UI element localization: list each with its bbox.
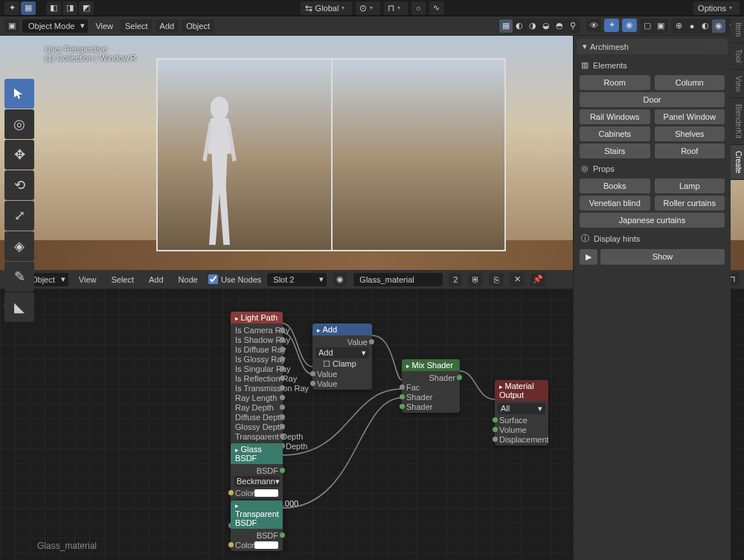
shelves-button[interactable]: Shelves [655, 126, 725, 141]
scale-tool[interactable]: ⤢ [4, 201, 34, 231]
overlay-btn-3[interactable]: ◑ [526, 19, 539, 33]
japanese-curtains-button[interactable]: Japanese curtains [580, 213, 725, 228]
gizmo-toggle-icon[interactable]: ✦ [604, 19, 619, 32]
select-mode-icon-1[interactable]: ◧ [46, 1, 61, 15]
transparent-color-swatch[interactable] [254, 541, 278, 549]
xray-group: ▢ ▣ [640, 19, 668, 33]
select-menu[interactable]: Select [121, 19, 153, 33]
human-figure [186, 95, 253, 251]
rail-windows-button[interactable]: Rail Windows [580, 109, 650, 124]
shading-wire-icon[interactable]: ⊕ [672, 19, 685, 33]
tab-tool[interactable]: Tool [731, 43, 744, 69]
wave-icon[interactable]: ∿ [429, 1, 443, 15]
editor-type-icon[interactable]: ▣ [4, 19, 19, 33]
transform-tool[interactable]: ◈ [4, 231, 34, 261]
annotate-tool[interactable]: ✎ [4, 262, 34, 292]
pivot-select[interactable]: ⊙▾ [355, 1, 380, 15]
light-path-node[interactable]: ▸ Light Path Is Camera Ray Is Shadow Ray… [231, 312, 283, 452]
slot-select[interactable]: Slot 2▾ [267, 273, 327, 286]
shading-render-icon[interactable]: ◉ [712, 19, 725, 33]
visibility-icon[interactable]: 👁 [586, 19, 601, 32]
shading-matprev-icon[interactable]: ◐ [699, 19, 712, 33]
sidebar-tab-strip: Item Tool View BlenderKit Create [731, 16, 744, 180]
measure-tool[interactable]: ◣ [4, 292, 34, 322]
node-view-menu[interactable]: View [74, 273, 101, 286]
add-menu[interactable]: Add [155, 19, 179, 33]
material-output-node[interactable]: ▸ Material Output All▾ Surface Volume Di… [495, 380, 548, 445]
transparent-bsdf-node[interactable]: ▸ Transparent BSDF BSDF Color [231, 501, 283, 551]
node-title: ▸ Add [312, 324, 372, 335]
panel-window-button[interactable]: Panel Window [655, 109, 725, 124]
elements-icon: ▥ [581, 60, 589, 70]
hints-label: Display hints [594, 234, 640, 243]
elements-label: Elements [593, 61, 627, 70]
select-box-tool[interactable] [4, 79, 34, 109]
cursor-tool[interactable]: ◎ [4, 109, 34, 139]
duplicate-icon[interactable]: ⎘ [489, 273, 504, 286]
add-mode-field[interactable]: Add▾ [315, 347, 369, 358]
select-mode-icon-2[interactable]: ◨ [62, 1, 77, 15]
overlay-btn-6[interactable]: ⚲ [566, 19, 580, 33]
blender-icon[interactable]: ✦ [4, 1, 19, 15]
overlay-btn-5[interactable]: ◓ [553, 19, 566, 33]
rotate-tool[interactable]: ⟲ [4, 170, 34, 200]
pin-icon[interactable]: 📌 [530, 273, 545, 286]
tab-item[interactable]: Item [731, 16, 744, 43]
collection-label: (1) Collection | Window.R [45, 54, 136, 62]
xray-btn-1[interactable]: ▢ [641, 19, 654, 33]
overlay-btn-1[interactable]: ▦ [499, 19, 513, 33]
mix-shader-node[interactable]: ▸ Mix Shader Shader Fac Shader Shader [402, 359, 460, 413]
output-target-field[interactable]: All▾ [498, 403, 545, 414]
shading-solid-icon[interactable]: ● [685, 19, 699, 33]
stairs-button[interactable]: Stairs [580, 144, 650, 158]
show-button[interactable]: Show [600, 249, 725, 265]
mode-select[interactable]: Object Mode ▾ [22, 19, 88, 33]
move-tool[interactable]: ✥ [4, 140, 34, 170]
column-button[interactable]: Column [655, 75, 725, 90]
use-nodes-checkbox[interactable]: Use Nodes [208, 274, 261, 284]
books-button[interactable]: Books [580, 178, 650, 193]
left-toolbar: ◎ ✥ ⟲ ⤢ ◈ ✎ ◣ [4, 79, 34, 322]
tab-blenderkit[interactable]: BlenderKit [731, 98, 744, 145]
node-add-menu[interactable]: Add [144, 273, 168, 286]
proportional-icon[interactable]: ○ [411, 1, 426, 15]
shield-icon[interactable]: ⛨ [468, 273, 483, 286]
venetian-blind-button[interactable]: Venetian blind [580, 196, 650, 210]
node-node-menu[interactable]: Node [174, 273, 202, 286]
props-subheader: ◎ Props [577, 161, 728, 176]
roof-button[interactable]: Roof [655, 144, 725, 158]
xray-btn-2[interactable]: ▣ [654, 19, 667, 33]
glass-color-swatch[interactable] [254, 489, 278, 497]
overlay-toggle-icon[interactable]: ◉ [622, 19, 637, 32]
options-dropdown[interactable]: Options ▾ [693, 1, 740, 15]
overlay-btn-2[interactable]: ◐ [513, 19, 526, 33]
material-icon[interactable]: ◉ [333, 273, 347, 286]
lamp-button[interactable]: Lamp [655, 178, 725, 193]
unlink-icon[interactable]: ✕ [510, 273, 525, 286]
cabinets-button[interactable]: Cabinets [580, 126, 650, 141]
room-button[interactable]: Room [580, 75, 650, 90]
overlay-btn-4[interactable]: ◒ [539, 19, 553, 33]
object-menu[interactable]: Object [182, 19, 214, 33]
door-button[interactable]: Door [580, 92, 725, 107]
play-button[interactable]: ▶ [580, 249, 597, 265]
roller-curtains-button[interactable]: Roller curtains [655, 196, 725, 210]
add-node[interactable]: ▸ Add Value Add▾ ☐ Clamp Value Value [312, 324, 372, 390]
view-menu[interactable]: View [91, 19, 118, 33]
material-name-field[interactable]: Glass_material [353, 273, 443, 286]
tab-create[interactable]: Create [731, 145, 744, 180]
node-select-menu[interactable]: Select [106, 273, 138, 286]
glass-dist-field[interactable]: Beckmann▾ [234, 476, 280, 487]
tab-view[interactable]: View [731, 70, 744, 99]
view3d-header: ▣ Object Mode ▾ View Select Add Object ▦… [0, 16, 744, 36]
material-users-count[interactable]: 2 [449, 273, 462, 286]
snap-select[interactable]: ⊓▾ [383, 1, 408, 15]
select-mode-icon-3[interactable]: ◩ [79, 1, 94, 15]
node-title: ▸ Glass BSDF [231, 443, 283, 464]
archimesh-header[interactable]: ▾ Archimesh ⋮⋮ [577, 39, 728, 54]
grip-icon[interactable]: ⋮⋮ [705, 42, 722, 51]
archimesh-title: Archimesh [590, 42, 629, 51]
perspective-label: User Perspective [45, 45, 136, 54]
transform-orientation-select[interactable]: ⇆ Global ▾ [301, 1, 353, 15]
cursor-tool-icon[interactable]: ▦ [21, 1, 36, 15]
